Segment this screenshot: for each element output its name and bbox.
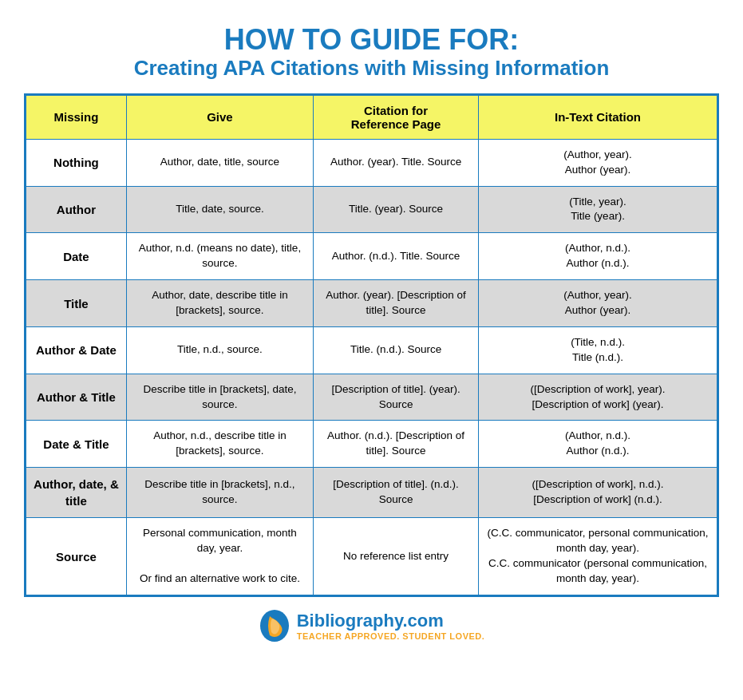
table-cell-8-2: No reference list entry [314, 518, 479, 595]
bibliography-logo [259, 608, 290, 643]
table-cell-2-1: Author, n.d. (means no date), title, sou… [126, 233, 313, 280]
table-row: Date & TitleAuthor, n.d., describe title… [26, 421, 717, 468]
table-cell-4-0: Author & Date [26, 326, 127, 374]
footer-brand: Bibliography.com [297, 611, 485, 631]
table-cell-0-1: Author, date, title, source [126, 139, 313, 186]
table-row: SourcePersonal communication, month day,… [26, 518, 717, 595]
table-cell-1-2: Title. (year). Source [314, 186, 479, 233]
table-cell-0-2: Author. (year). Title. Source [314, 139, 479, 186]
table-cell-3-0: Title [26, 280, 127, 327]
table-row: Author, date, & titleDescribe title in [… [26, 468, 717, 518]
table-cell-3-3: (Author, year).Author (year). [479, 280, 717, 327]
table-cell-7-1: Describe title in [brackets], n.d., sour… [126, 468, 313, 518]
table-cell-7-2: [Description of title]. (n.d.). Source [314, 468, 479, 518]
table-cell-6-2: Author. (n.d.). [Description of title]. … [314, 421, 479, 468]
footer-tagline: TEACHER APPROVED. STUDENT LOVED. [297, 631, 485, 641]
table-cell-8-1: Personal communication, month day, year.… [126, 518, 313, 595]
col-header-intext: In-Text Citation [479, 95, 717, 139]
footer: Bibliography.com TEACHER APPROVED. STUDE… [259, 608, 485, 643]
table-row: NothingAuthor, date, title, sourceAuthor… [26, 139, 717, 186]
table-row: AuthorTitle, date, source.Title. (year).… [26, 186, 717, 233]
table-cell-4-3: (Title, n.d.).Title (n.d.). [479, 326, 717, 374]
col-header-missing: Missing [26, 95, 127, 139]
table-cell-2-2: Author. (n.d.). Title. Source [314, 233, 479, 280]
table-cell-4-2: Title. (n.d.). Source [314, 326, 479, 374]
col-header-give: Give [126, 95, 313, 139]
table-cell-0-0: Nothing [26, 139, 127, 186]
footer-text-block: Bibliography.com TEACHER APPROVED. STUDE… [297, 611, 485, 641]
table-row: TitleAuthor, date, describe title in [br… [26, 280, 717, 327]
table-cell-8-3: (C.C. communicator, personal communicati… [479, 518, 717, 595]
table-row: Author & DateTitle, n.d., source.Title. … [26, 326, 717, 374]
table-cell-8-0: Source [26, 518, 127, 595]
table-cell-2-3: (Author, n.d.).Author (n.d.). [479, 233, 717, 280]
table-row: DateAuthor, n.d. (means no date), title,… [26, 233, 717, 280]
table-cell-3-1: Author, date, describe title in [bracket… [126, 280, 313, 327]
table-cell-6-0: Date & Title [26, 421, 127, 468]
table-cell-1-3: (Title, year).Title (year). [479, 186, 717, 233]
apa-table: Missing Give Citation forReference Page … [24, 93, 719, 597]
table-cell-7-3: ([Description of work], n.d.).[Descripti… [479, 468, 717, 518]
table-cell-4-1: Title, n.d., source. [126, 326, 313, 374]
sub-title: Creating APA Citations with Missing Info… [134, 56, 610, 81]
table-cell-0-3: (Author, year).Author (year). [479, 139, 717, 186]
col-header-citation: Citation forReference Page [314, 95, 479, 139]
table-cell-5-0: Author & Title [26, 374, 127, 421]
table-cell-5-2: [Description of title]. (year). Source [314, 374, 479, 421]
table-cell-6-3: (Author, n.d.).Author (n.d.). [479, 421, 717, 468]
table-cell-1-1: Title, date, source. [126, 186, 313, 233]
table-cell-5-3: ([Description of work], year).[Descripti… [479, 374, 717, 421]
table-cell-5-1: Describe title in [brackets], date, sour… [126, 374, 313, 421]
table-cell-6-1: Author, n.d., describe title in [bracket… [126, 421, 313, 468]
table-cell-2-0: Date [26, 233, 127, 280]
table-row: Author & TitleDescribe title in [bracket… [26, 374, 717, 421]
table-cell-1-0: Author [26, 186, 127, 233]
table-cell-3-2: Author. (year). [Description of title]. … [314, 280, 479, 327]
table-cell-7-0: Author, date, & title [26, 468, 127, 518]
main-title: HOW TO GUIDE FOR: [224, 24, 519, 56]
